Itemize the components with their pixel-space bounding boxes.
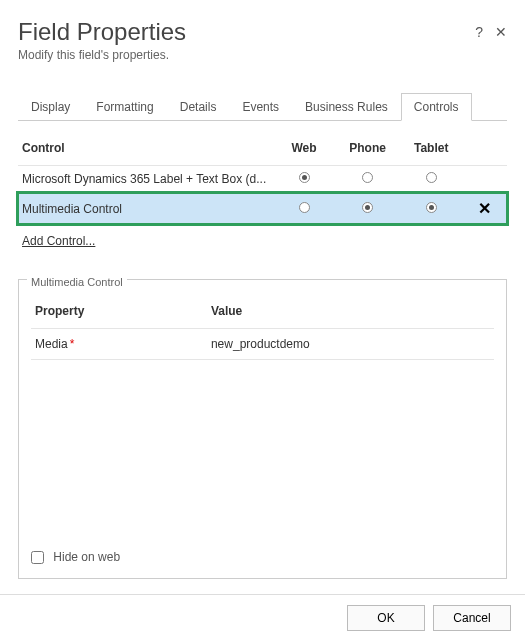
hide-on-web-row: Hide on web (31, 550, 494, 564)
hide-on-web-checkbox[interactable] (31, 551, 44, 564)
dialog-footer: OK Cancel (0, 594, 525, 641)
radio-web[interactable] (299, 202, 310, 213)
controls-table-body: Microsoft Dynamics 365 Label + Text Box … (18, 166, 507, 225)
table-row[interactable]: Multimedia Control ✕ (18, 193, 507, 225)
dialog-subtitle: Modify this field's properties. (18, 48, 507, 62)
tab-bar: Display Formatting Details Events Busine… (18, 92, 507, 121)
property-name: Media* (31, 329, 207, 360)
dialog-title: Field Properties (18, 18, 475, 46)
required-icon: * (70, 337, 75, 351)
add-control-link[interactable]: Add Control... (18, 234, 95, 248)
cancel-button[interactable]: Cancel (433, 605, 511, 631)
tab-business-rules[interactable]: Business Rules (292, 93, 401, 121)
col-control: Control (18, 135, 272, 166)
tab-formatting[interactable]: Formatting (83, 93, 166, 121)
col-phone: Phone (336, 135, 400, 166)
controls-table: Control Web Phone Tablet Microsoft Dynam… (18, 135, 507, 224)
table-row[interactable]: Microsoft Dynamics 365 Label + Text Box … (18, 166, 507, 193)
remove-control-icon[interactable]: ✕ (478, 200, 491, 217)
field-properties-dialog: Field Properties ? ✕ Modify this field's… (0, 0, 525, 579)
col-property: Property (31, 298, 207, 329)
help-icon[interactable]: ? (475, 24, 483, 40)
tab-display[interactable]: Display (18, 93, 83, 121)
ok-button[interactable]: OK (347, 605, 425, 631)
control-name: Multimedia Control (18, 193, 272, 225)
col-value: Value (207, 298, 494, 329)
properties-table: Property Value Media* new_productdemo (31, 298, 494, 360)
radio-tablet[interactable] (426, 172, 437, 183)
radio-phone[interactable] (362, 172, 373, 183)
tab-controls[interactable]: Controls (401, 93, 472, 121)
controls-tab-content: Control Web Phone Tablet Microsoft Dynam… (18, 121, 507, 579)
tab-details[interactable]: Details (167, 93, 230, 121)
col-tablet: Tablet (399, 135, 463, 166)
property-row[interactable]: Media* new_productdemo (31, 329, 494, 360)
tab-events[interactable]: Events (229, 93, 292, 121)
detail-legend: Multimedia Control (27, 276, 127, 288)
control-detail-panel: Multimedia Control Property Value Media* (18, 279, 507, 579)
close-icon[interactable]: ✕ (495, 24, 507, 40)
hide-on-web-label: Hide on web (53, 550, 120, 564)
radio-tablet[interactable] (426, 202, 437, 213)
radio-phone[interactable] (362, 202, 373, 213)
control-name: Microsoft Dynamics 365 Label + Text Box … (18, 166, 272, 193)
radio-web[interactable] (299, 172, 310, 183)
col-web: Web (272, 135, 336, 166)
property-value: new_productdemo (207, 329, 494, 360)
